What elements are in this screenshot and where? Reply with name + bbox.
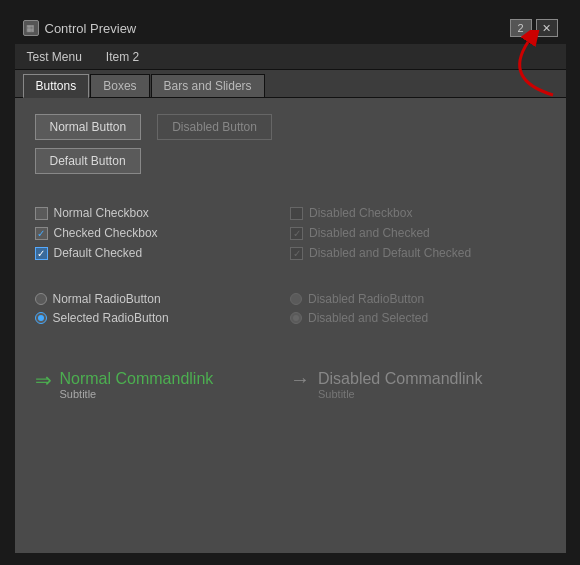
- checkbox-normal-row[interactable]: Normal Checkbox: [35, 206, 291, 220]
- default-button[interactable]: Default Button: [35, 148, 141, 174]
- main-window: ▦ Control Preview 2 ✕ Test Menu Item 2 B…: [13, 10, 568, 555]
- commandlink-disabled-icon: →: [290, 368, 310, 391]
- tab-bars-sliders[interactable]: Bars and Sliders: [151, 74, 265, 97]
- radio-disabled: [290, 293, 302, 305]
- commandlink-normal-icon: ⇒: [35, 368, 52, 392]
- checkbox-disabled-checked-row: Disabled and Checked: [290, 226, 546, 240]
- checkbox-checked-label: Checked Checkbox: [54, 226, 158, 240]
- content-area: Normal Button Disabled Button Default Bu…: [15, 98, 566, 553]
- button-row-1: Normal Button Disabled Button: [35, 114, 546, 140]
- checkbox-checked[interactable]: [35, 227, 48, 240]
- checkbox-normal-label: Normal Checkbox: [54, 206, 149, 220]
- tab-boxes[interactable]: Boxes: [90, 74, 149, 97]
- disabled-commandlink-subtitle: Subtitle: [318, 388, 483, 400]
- commandlink-right: → Disabled Commandlink Subtitle: [290, 362, 546, 400]
- radio-selected[interactable]: [35, 312, 47, 324]
- commandlinks-section: ⇒ Normal Commandlink Subtitle → Disabled…: [35, 362, 546, 400]
- radio-right: Disabled RadioButton Disabled and Select…: [290, 292, 546, 330]
- close-button[interactable]: ✕: [536, 19, 558, 37]
- disabled-commandlink-title: Disabled Commandlink: [318, 370, 483, 388]
- checkboxes-right: Disabled Checkbox Disabled and Checked D…: [290, 206, 546, 266]
- checkboxes-section: Normal Checkbox Checked Checkbox Default…: [35, 206, 546, 266]
- disabled-commandlink-row: → Disabled Commandlink Subtitle: [290, 370, 546, 400]
- radio-columns: Normal RadioButton Selected RadioButton …: [35, 292, 546, 330]
- checkbox-default-row[interactable]: Default Checked: [35, 246, 291, 260]
- minimize-button[interactable]: 2: [510, 19, 532, 37]
- button-row-2: Default Button: [35, 148, 546, 174]
- menu-bar: Test Menu Item 2: [15, 44, 566, 70]
- radio-disabled-label: Disabled RadioButton: [308, 292, 424, 306]
- radio-normal-row[interactable]: Normal RadioButton: [35, 292, 291, 306]
- checkbox-disabled-checked: [290, 227, 303, 240]
- checkboxes-columns: Normal Checkbox Checked Checkbox Default…: [35, 206, 546, 266]
- commandlink-left: ⇒ Normal Commandlink Subtitle: [35, 362, 291, 400]
- normal-commandlink-subtitle: Subtitle: [60, 388, 214, 400]
- checkbox-disabled-default-label: Disabled and Default Checked: [309, 246, 471, 260]
- radio-normal-label: Normal RadioButton: [53, 292, 161, 306]
- checkbox-normal[interactable]: [35, 207, 48, 220]
- buttons-section: Normal Button Disabled Button Default Bu…: [35, 114, 546, 174]
- checkbox-default[interactable]: [35, 247, 48, 260]
- radio-left: Normal RadioButton Selected RadioButton: [35, 292, 291, 330]
- app-icon: ▦: [23, 20, 39, 36]
- commandlinks-columns: ⇒ Normal Commandlink Subtitle → Disabled…: [35, 362, 546, 400]
- title-bar: ▦ Control Preview 2 ✕: [15, 12, 566, 44]
- window-title: Control Preview: [45, 21, 137, 36]
- normal-button[interactable]: Normal Button: [35, 114, 142, 140]
- tab-buttons[interactable]: Buttons: [23, 74, 90, 98]
- tab-bar: Buttons Boxes Bars and Sliders: [15, 70, 566, 98]
- checkbox-checked-row[interactable]: Checked Checkbox: [35, 226, 291, 240]
- checkbox-default-label: Default Checked: [54, 246, 143, 260]
- menu-test[interactable]: Test Menu: [23, 48, 86, 66]
- normal-commandlink-row: ⇒ Normal Commandlink Subtitle: [35, 370, 291, 400]
- menu-item2[interactable]: Item 2: [102, 48, 143, 66]
- checkboxes-left: Normal Checkbox Checked Checkbox Default…: [35, 206, 291, 266]
- normal-commandlink-title[interactable]: Normal Commandlink: [60, 370, 214, 388]
- radio-disabled-selected-row: Disabled and Selected: [290, 311, 546, 325]
- checkbox-disabled-label: Disabled Checkbox: [309, 206, 412, 220]
- disabled-button: Disabled Button: [157, 114, 272, 140]
- radio-selected-label: Selected RadioButton: [53, 311, 169, 325]
- disabled-commandlink-text: Disabled Commandlink Subtitle: [318, 370, 483, 400]
- title-bar-left: ▦ Control Preview: [23, 20, 137, 36]
- normal-commandlink-text: Normal Commandlink Subtitle: [60, 370, 214, 400]
- checkbox-disabled-row: Disabled Checkbox: [290, 206, 546, 220]
- checkbox-disabled-default: [290, 247, 303, 260]
- radio-disabled-row: Disabled RadioButton: [290, 292, 546, 306]
- radio-disabled-selected-label: Disabled and Selected: [308, 311, 428, 325]
- radio-selected-row[interactable]: Selected RadioButton: [35, 311, 291, 325]
- radio-disabled-selected: [290, 312, 302, 324]
- checkbox-disabled-checked-label: Disabled and Checked: [309, 226, 430, 240]
- checkbox-disabled-default-row: Disabled and Default Checked: [290, 246, 546, 260]
- radio-normal[interactable]: [35, 293, 47, 305]
- title-buttons: 2 ✕: [510, 19, 558, 37]
- radio-section: Normal RadioButton Selected RadioButton …: [35, 292, 546, 330]
- checkbox-disabled: [290, 207, 303, 220]
